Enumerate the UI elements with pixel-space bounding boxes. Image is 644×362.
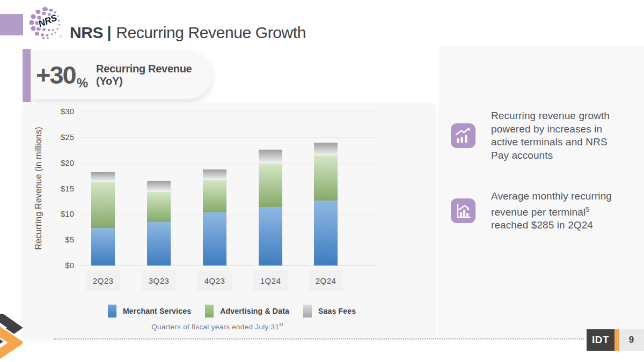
y-tick-label: $10 [45,209,74,218]
x-tick-3Q23: 3Q23 [142,270,176,291]
idt-logo: IDT [587,329,614,351]
caption-superscript: st [279,322,283,327]
x-tick-1Q24: 1Q24 [253,270,288,291]
bar-2Q23 [91,172,115,265]
badge-accent-bar [23,49,31,102]
legend-swatch [303,305,312,317]
revenue-chart-card: Recurring Revenue (in millions) $0$5$10$… [23,103,436,338]
plot-area: Recurring Revenue (in millions) $0$5$10$… [79,112,376,265]
nrs-logo: NRS ® [27,6,63,40]
bar-2Q24 [314,143,338,265]
gridline-25 [79,137,376,138]
bar-segment [259,150,282,164]
y-tick-label: $25 [45,132,74,142]
bar-segment [91,228,115,265]
bar-segment [91,172,115,182]
title-brand: NRS [70,24,103,41]
chart-legend: Merchant ServicesAdvertising & DataSaas … [108,305,356,317]
bar-1Q24 [259,150,282,265]
bar-segment [147,192,171,221]
gridline-0 [79,265,376,266]
x-tick-4Q23: 4Q23 [197,270,232,291]
growth-trend-icon [451,123,475,148]
legend-label: Advertising & Data [220,307,289,315]
bullet-text: Recurring revenue growth powered by incr… [491,109,619,162]
bar-segment [314,201,338,265]
legend-item: Merchant Services [108,305,191,317]
legend-label: Merchant Services [123,307,191,315]
page-number: 9 [619,329,644,351]
footer-orange-stripe [614,329,619,351]
bar-3Q23 [147,181,171,265]
growth-percent-sign: % [77,76,88,91]
nrs-logo-text: NRS [37,12,59,29]
y-tick-label: $30 [45,107,74,116]
footer-dotted-divider [54,338,584,339]
growth-badge: +30 % Recurring Revenue (YoY) [31,50,212,99]
bar-segment [203,212,226,265]
bar-segment [203,180,226,212]
chart-caption: Quarters of fiscal years ended July 31st [83,322,352,331]
bar-segment [147,222,171,265]
x-tick-2Q24: 2Q24 [309,270,343,291]
bar-segment [203,169,226,180]
legend-swatch [108,305,116,317]
legend-swatch [205,305,214,317]
terminal-revenue-icon [451,198,475,223]
y-tick-label: $0 [45,261,74,270]
brand-footer: IDT 9 [587,329,644,351]
legend-item: Advertising & Data [205,305,289,317]
bullet-item-2: Average monthly recurring revenue per te… [451,190,619,232]
bar-segment [91,182,115,228]
bullet-text: Average monthly recurring revenue per te… [491,190,619,232]
title-separator: | [107,24,111,41]
bar-segment [314,156,338,201]
growth-value: +30 [36,60,76,90]
y-tick-label: $20 [45,158,74,167]
bullet-superscript: 5 [586,206,589,213]
bar-segment [147,181,171,192]
x-tick-2Q23: 2Q23 [86,270,120,291]
y-axis-label: Recurring Revenue (in millions) [34,127,43,249]
page-title: NRS|Recurring Revenue Growth [70,24,306,42]
bar-segment [314,143,338,156]
growth-label: Recurring Revenue (YoY) [96,63,212,87]
key-points: Recurring revenue growth powered by incr… [451,109,619,232]
legend-item: Saas Fees [303,305,356,317]
slide: NRS ® NRS|Recurring Revenue Growth +30 %… [0,0,644,362]
legend-label: Saas Fees [318,307,356,315]
corner-accent-square [0,14,23,35]
bar-segment [259,164,282,207]
y-tick-label: $15 [45,184,74,193]
y-tick-label: $5 [45,235,74,244]
corner-chevrons-decoration [0,314,23,362]
bar-4Q23 [203,169,226,265]
bullet-item-1: Recurring revenue growth powered by incr… [451,109,619,162]
title-text: Recurring Revenue Growth [116,24,306,41]
registered-mark: ® [60,35,62,38]
bar-segment [259,207,282,265]
gridline-30 [79,112,376,112]
